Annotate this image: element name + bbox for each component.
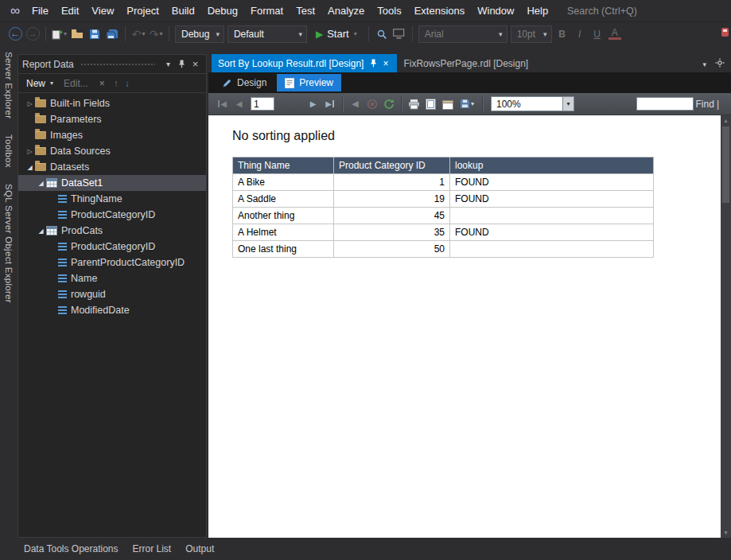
menu-edit[interactable]: Edit xyxy=(55,1,85,21)
bottom-tab-data-tools-operations[interactable]: Data Tools Operations xyxy=(24,543,119,554)
tree-item-prodcats[interactable]: ◢ ProdCats xyxy=(18,223,206,239)
tree-item-field-rowguid[interactable]: rowguid xyxy=(18,286,206,302)
bottom-tab-output[interactable]: Output xyxy=(185,543,214,554)
expander-icon[interactable]: ▷ xyxy=(25,100,35,107)
design-view-button[interactable]: Design xyxy=(214,74,274,91)
menu-project[interactable]: Project xyxy=(120,1,165,21)
move-down-button[interactable]: ↓ xyxy=(122,78,133,89)
save-all-button[interactable] xyxy=(103,25,121,44)
menu-view[interactable]: View xyxy=(85,1,120,21)
next-page-button[interactable]: ▶ xyxy=(305,95,321,113)
stop-rendering-button[interactable] xyxy=(364,95,380,113)
pin-tab-button[interactable] xyxy=(370,59,377,68)
bottom-tab-error-list[interactable]: Error List xyxy=(133,543,172,554)
expander-icon[interactable]: ◢ xyxy=(25,164,35,171)
vertical-scrollbar[interactable]: ▲ ▼ xyxy=(721,115,731,538)
menu-extensions[interactable]: Extensions xyxy=(408,1,472,21)
tab-sort-by-lookup-result[interactable]: Sort By Lookup Result.rdl [Design] × xyxy=(212,54,397,72)
menu-analyze[interactable]: Analyze xyxy=(321,1,371,21)
redo-button[interactable]: ↷▾ xyxy=(147,25,165,44)
page-setup-button[interactable] xyxy=(439,95,456,113)
first-page-button[interactable]: ◀ xyxy=(214,95,231,113)
tree-item-field-productcategoryid2[interactable]: ProductCategoryID xyxy=(18,239,206,255)
preview-view-button[interactable]: Preview xyxy=(277,74,341,91)
sidebar-tab-sql-server-object-explorer[interactable]: SQL Server Object Explorer xyxy=(4,184,14,303)
new-item-button[interactable]: ▾ xyxy=(50,25,68,44)
new-dataset-button[interactable]: New▾ xyxy=(21,78,58,89)
tree-item-data-sources[interactable]: ▷ Data Sources xyxy=(18,143,206,159)
tree-item-field-name[interactable]: Name xyxy=(18,270,206,286)
window-position-button[interactable]: ▾ xyxy=(161,60,175,68)
pin-button[interactable] xyxy=(175,60,189,68)
print-button[interactable] xyxy=(406,95,422,113)
move-up-button[interactable]: ↑ xyxy=(111,78,122,89)
solution-platform-dropdown[interactable]: Default▾ xyxy=(227,25,307,43)
font-color-button[interactable]: A xyxy=(606,25,624,44)
table-cell: One last thing xyxy=(233,241,334,258)
tree-item-dataset1[interactable]: ◢ DataSet1 xyxy=(18,175,206,191)
sidebar-tab-server-explorer[interactable]: Server Explorer xyxy=(4,52,14,119)
menu-build[interactable]: Build xyxy=(165,1,201,21)
expander-icon[interactable]: ◢ xyxy=(36,180,46,187)
scroll-down-button[interactable]: ▼ xyxy=(721,527,731,538)
solution-configuration-dropdown[interactable]: Debug▾ xyxy=(175,25,224,43)
design-label: Design xyxy=(237,77,266,88)
expander-icon[interactable]: ▷ xyxy=(25,148,35,155)
chevron-down-icon[interactable]: ▾ xyxy=(562,96,574,111)
zoom-dropdown[interactable]: 100% ▾ xyxy=(491,96,574,111)
tree-item-images[interactable]: Images xyxy=(18,127,206,143)
expander-icon[interactable]: ◢ xyxy=(36,228,46,235)
tree-item-label: rowguid xyxy=(71,289,106,300)
start-debugging-button[interactable]: ▶ Start ▾ xyxy=(310,25,363,43)
undo-button[interactable]: ↶▾ xyxy=(130,25,147,44)
target-window-button[interactable] xyxy=(391,25,408,44)
sidebar-tab-toolbox[interactable]: Toolbox xyxy=(4,134,14,168)
menu-window[interactable]: Window xyxy=(471,1,520,21)
tree-item-field-thingname[interactable]: ThingName xyxy=(18,191,206,207)
scroll-up-button[interactable]: ▲ xyxy=(721,115,731,126)
underline-button[interactable]: U xyxy=(589,25,606,44)
scrollbar-thumb[interactable] xyxy=(722,126,729,203)
export-button[interactable]: ▾ xyxy=(456,95,478,113)
menu-test[interactable]: Test xyxy=(290,1,321,21)
menu-format[interactable]: Format xyxy=(244,1,290,21)
delete-button[interactable]: × xyxy=(94,78,111,89)
navigate-back-button[interactable]: ← xyxy=(6,25,24,44)
notification-badge-icon[interactable] xyxy=(721,28,729,37)
scrollbar-track[interactable] xyxy=(721,126,731,527)
tree-item-field-modifieddate[interactable]: ModifiedDate xyxy=(18,302,206,318)
tree-item-field-productcategoryid[interactable]: ProductCategoryID xyxy=(18,207,206,223)
menu-file[interactable]: File xyxy=(25,1,55,21)
page-number-input[interactable] xyxy=(251,97,274,111)
tree-item-datasets[interactable]: ◢ Datasets xyxy=(18,159,206,175)
save-button[interactable] xyxy=(86,25,103,44)
menu-help[interactable]: Help xyxy=(520,1,554,21)
previous-page-button[interactable]: ◀ xyxy=(231,95,247,113)
font-size-dropdown[interactable]: 10pt▾ xyxy=(511,25,552,43)
menu-tools[interactable]: Tools xyxy=(371,1,407,21)
active-files-dropdown-button[interactable]: ▾ xyxy=(702,60,706,68)
close-panel-button[interactable]: × xyxy=(189,58,202,70)
quick-search-input[interactable]: Search (Ctrl+Q) xyxy=(567,6,726,17)
tree-item-parameters[interactable]: Parameters xyxy=(18,111,206,127)
edit-button[interactable]: Edit... xyxy=(58,78,94,89)
menu-debug[interactable]: Debug xyxy=(201,1,244,21)
find-in-files-button[interactable] xyxy=(373,25,391,44)
open-file-button[interactable] xyxy=(68,25,86,44)
print-layout-button[interactable] xyxy=(422,95,439,113)
last-page-button[interactable]: ▶ xyxy=(321,95,338,113)
tab-fixrowsperpage[interactable]: FixRowsPerPage.rdl [Design] xyxy=(397,54,535,72)
panel-drag-grip[interactable] xyxy=(80,62,155,67)
bold-button[interactable]: B xyxy=(554,25,571,44)
refresh-button[interactable] xyxy=(380,95,397,113)
find-button[interactable]: Find xyxy=(696,99,714,110)
tree-item-built-in-fields[interactable]: ▷ Built-in Fields xyxy=(18,95,206,111)
navigate-forward-button[interactable]: → xyxy=(24,25,41,44)
back-to-parent-button[interactable]: ◀ xyxy=(347,95,364,113)
window-options-button[interactable] xyxy=(715,58,725,70)
find-input[interactable] xyxy=(636,97,694,111)
font-name-dropdown[interactable]: Arial▾ xyxy=(418,25,507,43)
tree-item-field-parentproductcategoryid[interactable]: ParentProductCategoryID xyxy=(18,255,206,270)
italic-button[interactable]: I xyxy=(571,25,589,44)
close-tab-button[interactable]: × xyxy=(380,58,391,69)
